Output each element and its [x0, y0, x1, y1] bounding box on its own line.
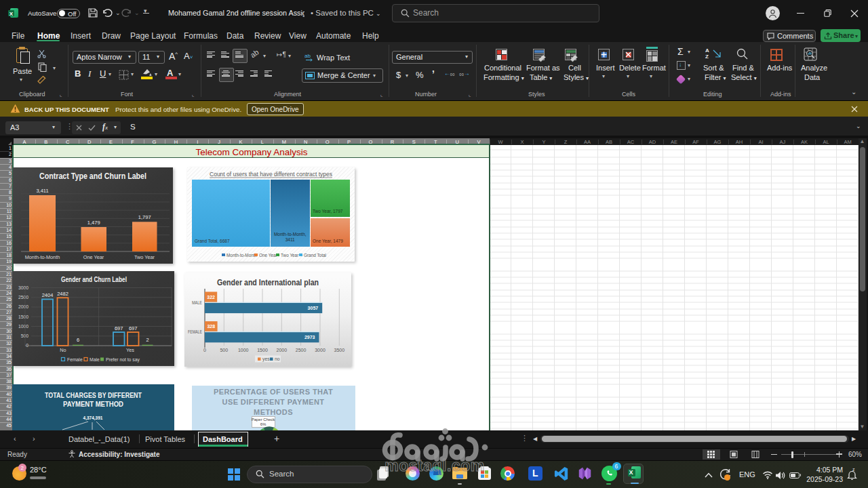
svg-text:FEMALE: FEMALE — [188, 329, 202, 334]
svg-text:1000: 1000 — [238, 348, 249, 352]
svg-text:697: 697 — [129, 325, 138, 331]
svg-text:Prefer not to say: Prefer not to say — [106, 357, 140, 363]
svg-text:2973: 2973 — [304, 335, 315, 340]
svg-text:Two Year: Two Year — [134, 254, 155, 260]
svg-text:0: 0 — [203, 348, 206, 352]
svg-text:2404: 2404 — [42, 292, 54, 298]
svg-text:Female: Female — [67, 357, 83, 362]
svg-text:1,479: 1,479 — [87, 220, 100, 226]
svg-text:Month-to-Month: Month-to-Month — [25, 254, 60, 260]
svg-text:2000: 2000 — [277, 348, 288, 352]
svg-text:1500: 1500 — [257, 348, 268, 352]
svg-text:1500: 1500 — [18, 314, 28, 319]
svg-text:One Year: One Year — [83, 254, 104, 260]
svg-text:TOTAL CHARGES BY DIFFERENT: TOTAL CHARGES BY DIFFERENT — [45, 391, 142, 399]
svg-text:Male: Male — [90, 357, 100, 362]
svg-text:PAYMENT METHOD: PAYMENT METHOD — [63, 400, 123, 408]
svg-text:no: no — [275, 357, 280, 361]
svg-text:MALE: MALE — [192, 300, 202, 305]
svg-text:500: 500 — [220, 348, 228, 352]
svg-text:2500: 2500 — [296, 348, 307, 352]
svg-text:2482: 2482 — [57, 291, 68, 297]
svg-text:697: 697 — [115, 325, 123, 331]
svg-text:3000: 3000 — [315, 348, 326, 352]
svg-text:2500: 2500 — [18, 295, 28, 300]
svg-text:No: No — [60, 347, 66, 353]
svg-text:322: 322 — [207, 294, 215, 299]
svg-text:Gender and Churn Label: Gender and Churn Label — [61, 275, 127, 283]
svg-text:500: 500 — [21, 333, 29, 338]
svg-text:2000: 2000 — [18, 304, 28, 309]
svg-text:ab: ab — [304, 53, 311, 59]
svg-text:Contract Type and Churn Label: Contract Type and Churn Label — [39, 171, 146, 181]
svg-text:Gender and International plan: Gender and International plan — [217, 277, 319, 287]
svg-text:Count of users that have diffe: Count of users that have different contr… — [210, 170, 332, 178]
svg-text:2: 2 — [146, 337, 149, 343]
svg-text:6: 6 — [77, 337, 79, 343]
svg-text:3,411: 3,411 — [36, 188, 48, 194]
svg-text:yes: yes — [262, 357, 270, 362]
svg-text:1000: 1000 — [18, 324, 28, 329]
svg-text:3500: 3500 — [334, 348, 345, 352]
svg-text:3000: 3000 — [18, 285, 28, 290]
svg-text:328: 328 — [207, 324, 215, 329]
svg-text:Yes: Yes — [126, 347, 134, 353]
svg-text:1,797: 1,797 — [138, 214, 151, 220]
svg-text:3057: 3057 — [308, 305, 319, 310]
